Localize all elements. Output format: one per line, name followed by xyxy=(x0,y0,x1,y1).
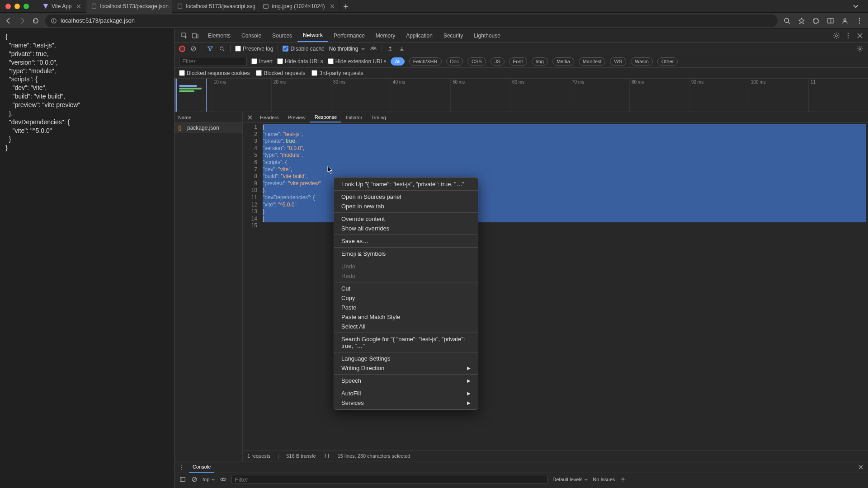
type-css[interactable]: CSS xyxy=(467,57,486,66)
tab-application[interactable]: Application xyxy=(401,29,438,42)
tab-memory[interactable]: Memory xyxy=(370,29,401,42)
search-icon[interactable] xyxy=(783,17,791,25)
tab-sources[interactable]: Sources xyxy=(267,29,297,42)
device-icon[interactable] xyxy=(192,32,199,39)
type-all[interactable]: All xyxy=(391,57,404,66)
gear-icon[interactable] xyxy=(833,32,840,39)
browser-tab[interactable]: Vite App xyxy=(38,0,86,13)
clear-icon[interactable] xyxy=(191,476,198,483)
request-row[interactable]: {} package.json xyxy=(175,123,242,133)
cm-show-overrides[interactable]: Show all overrides xyxy=(334,224,478,233)
cm-paste[interactable]: Paste xyxy=(334,303,478,312)
page-content[interactable]: { "name": "test-js", "private": true, "v… xyxy=(0,29,174,488)
tab-performance[interactable]: Performance xyxy=(328,29,370,42)
close-icon[interactable] xyxy=(246,114,254,121)
download-icon[interactable] xyxy=(398,45,406,52)
cm-copy[interactable]: Copy xyxy=(334,293,478,303)
issues-count[interactable]: No Issues xyxy=(593,477,615,482)
detail-tab-timing[interactable]: Timing xyxy=(367,112,391,122)
forward-button[interactable] xyxy=(18,17,26,25)
reload-button[interactable] xyxy=(32,17,40,25)
blocked-requests-checkbox[interactable]: Blocked requests xyxy=(256,70,305,76)
format-icon[interactable] xyxy=(323,452,330,460)
cm-cut[interactable]: Cut xyxy=(334,284,478,293)
cm-speech[interactable]: Speech▶ xyxy=(334,376,478,385)
menu-icon[interactable] xyxy=(855,17,863,25)
cm-emoji[interactable]: Emoji & Symbols xyxy=(334,249,478,258)
close-icon[interactable] xyxy=(330,4,335,9)
search-icon[interactable] xyxy=(218,45,226,52)
cm-open-new-tab[interactable]: Open in new tab xyxy=(334,202,478,211)
site-info-icon[interactable] xyxy=(51,18,57,24)
hide-data-urls-checkbox[interactable]: Hide data URLs xyxy=(277,58,323,65)
new-tab-button[interactable] xyxy=(340,0,352,13)
cm-open-sources[interactable]: Open in Sources panel xyxy=(334,192,478,202)
type-img[interactable]: Img xyxy=(532,57,548,66)
window-close-button[interactable] xyxy=(5,4,11,9)
bookmark-icon[interactable] xyxy=(797,17,806,25)
console-tab[interactable]: Console xyxy=(189,461,214,473)
blocked-cookies-checkbox[interactable]: Blocked response cookies xyxy=(179,70,250,76)
inspect-icon[interactable] xyxy=(181,32,188,39)
tab-elements[interactable]: Elements xyxy=(203,29,236,42)
cm-save-as[interactable]: Save as… xyxy=(334,236,478,246)
cm-paste-match[interactable]: Paste and Match Style xyxy=(334,312,478,322)
url-bar[interactable]: localhost:5173/package.json xyxy=(45,14,778,27)
cm-autofill[interactable]: AutoFill▶ xyxy=(334,389,478,398)
cm-search-google[interactable]: Search Google for "{ "name": "test-js", … xyxy=(334,334,478,351)
filter-input[interactable] xyxy=(179,57,247,66)
detail-tab-headers[interactable]: Headers xyxy=(255,112,283,122)
eye-icon[interactable] xyxy=(220,476,227,483)
tab-security[interactable]: Security xyxy=(438,29,468,42)
detail-tab-response[interactable]: Response xyxy=(310,112,342,122)
extensions-icon[interactable] xyxy=(812,17,820,25)
close-icon[interactable] xyxy=(856,32,863,39)
waterfall-timeline[interactable]: 10 ms 20 ms 30 ms 40 ms 50 ms 60 ms 70 m… xyxy=(175,79,868,112)
window-maximize-button[interactable] xyxy=(24,4,29,9)
tab-console[interactable]: Console xyxy=(236,29,267,42)
log-levels-select[interactable]: Default levels xyxy=(552,477,588,482)
tab-lighthouse[interactable]: Lighthouse xyxy=(468,29,506,42)
type-js[interactable]: JS xyxy=(491,57,505,66)
close-icon[interactable] xyxy=(76,4,81,9)
sidepanel-icon[interactable] xyxy=(826,17,835,25)
sidebar-toggle-icon[interactable] xyxy=(179,476,186,483)
tab-network[interactable]: Network xyxy=(297,29,328,42)
console-filter-input[interactable] xyxy=(231,475,548,484)
disable-cache-checkbox[interactable]: Disable cache xyxy=(283,46,324,52)
cm-services[interactable]: Services▶ xyxy=(334,398,478,408)
third-party-checkbox[interactable]: 3rd-party requests xyxy=(311,70,363,76)
cm-lookup[interactable]: Look Up "{ "name": "test-js", "private":… xyxy=(334,179,478,189)
context-select[interactable]: top xyxy=(203,477,215,482)
gear-icon[interactable] xyxy=(619,476,627,483)
close-icon[interactable] xyxy=(857,464,864,471)
type-ws[interactable]: WS xyxy=(610,57,626,66)
more-icon[interactable] xyxy=(178,464,185,471)
record-button[interactable] xyxy=(179,46,185,52)
preserve-log-checkbox[interactable]: Preserve log xyxy=(235,46,273,52)
window-minimize-button[interactable] xyxy=(14,4,20,9)
filter-icon[interactable] xyxy=(207,45,214,52)
gear-icon[interactable] xyxy=(856,45,863,52)
type-fetch[interactable]: Fetch/XHR xyxy=(409,57,442,66)
clear-icon[interactable] xyxy=(190,45,197,52)
type-doc[interactable]: Doc xyxy=(446,57,463,66)
back-button[interactable] xyxy=(5,17,13,25)
upload-icon[interactable] xyxy=(387,45,394,52)
browser-tab[interactable]: img.jpeg (1024×1024) xyxy=(258,0,340,13)
network-conditions-icon[interactable] xyxy=(370,45,377,52)
detail-tab-initiator[interactable]: Initiator xyxy=(341,112,367,122)
browser-tab[interactable]: localhost:5173/javascript.svg xyxy=(172,0,258,13)
throttling-select[interactable]: No throttling xyxy=(329,46,366,52)
hide-ext-urls-checkbox[interactable]: Hide extension URLs xyxy=(328,58,387,65)
cm-select-all[interactable]: Select All xyxy=(334,322,478,331)
cm-override-content[interactable]: Override content xyxy=(334,214,478,224)
detail-tab-preview[interactable]: Preview xyxy=(283,112,310,122)
cm-language[interactable]: Language Settings xyxy=(334,354,478,363)
type-wasm[interactable]: Wasm xyxy=(631,57,653,66)
chevron-down-icon[interactable] xyxy=(853,3,859,9)
name-column-header[interactable]: Name xyxy=(175,112,242,123)
invert-checkbox[interactable]: Invert xyxy=(251,58,273,65)
type-manifest[interactable]: Manifest xyxy=(579,57,606,66)
browser-tab[interactable]: localhost:5173/package.json xyxy=(86,0,172,13)
